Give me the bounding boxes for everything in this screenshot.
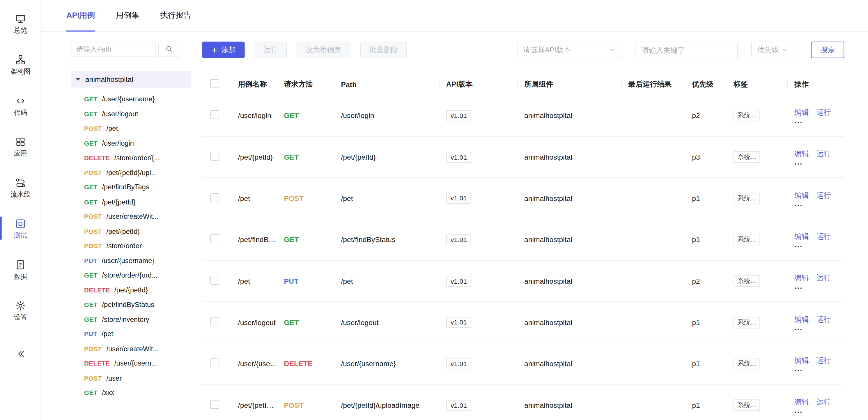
batch-delete-button[interactable]: 批量删除	[360, 42, 407, 58]
column-header[interactable]: 操作	[794, 79, 844, 89]
table-row: /user/loginGET/user/loginv1.01animalhost…	[202, 95, 844, 137]
edit-link[interactable]: 编辑	[794, 149, 809, 159]
row-checkbox[interactable]	[211, 400, 219, 409]
search-button[interactable]: 搜索	[811, 42, 844, 58]
tree-item[interactable]: PUT/pet	[71, 327, 202, 341]
tree-item[interactable]: GET/user/logout	[71, 107, 202, 121]
sidebar-item-test[interactable]: 测试	[0, 211, 41, 245]
row-checkbox[interactable]	[211, 110, 219, 119]
tab-case-sets[interactable]: 用例集	[116, 0, 139, 31]
column-header[interactable]: 所属组件	[524, 79, 628, 89]
column-header[interactable]: 标签	[734, 79, 794, 89]
priority-select[interactable]: 优先级	[751, 42, 794, 58]
edit-link[interactable]: 编辑	[794, 314, 809, 325]
sidebar-item-overview[interactable]: 总览	[0, 7, 41, 40]
priority: p3	[692, 153, 734, 161]
tree-item[interactable]: DELETE/pet/{petId}	[71, 283, 202, 297]
request-method: POST	[284, 194, 341, 203]
tree-item[interactable]: POST/store/order	[71, 239, 202, 253]
tree-item[interactable]: POST/pet/{petId}/upl...	[71, 166, 202, 180]
row-checkbox[interactable]	[211, 235, 219, 243]
keyword-input[interactable]	[636, 42, 738, 58]
more-actions-button[interactable]: ...	[794, 201, 803, 207]
tree-item[interactable]: GET/pet/{petId}	[71, 194, 202, 209]
tree-item[interactable]: GET/store/order/{ord...	[71, 268, 202, 282]
column-header[interactable]: 优先级	[692, 79, 734, 89]
actions-cell: 编辑运行...	[794, 356, 844, 372]
tree-item[interactable]: POST/user	[71, 371, 202, 385]
edit-link[interactable]: 编辑	[794, 397, 809, 407]
column-header[interactable]: API版本	[446, 79, 524, 89]
search-icon	[165, 44, 173, 54]
row-checkbox[interactable]	[211, 276, 219, 284]
actions-cell: 编辑运行...	[794, 190, 844, 207]
run-link[interactable]: 运行	[816, 397, 831, 407]
row-checkbox[interactable]	[211, 193, 219, 202]
tree-item[interactable]: GET/user/{username}	[71, 92, 202, 107]
sidebar-item-settings[interactable]: 设置	[0, 294, 41, 327]
path-label: /pet/{petId}	[106, 228, 140, 235]
sidebar-item-architecture[interactable]: 架构图	[0, 48, 41, 81]
run-link[interactable]: 运行	[816, 149, 831, 159]
run-link[interactable]: 运行	[816, 190, 831, 200]
column-header[interactable]: 请求方法	[284, 79, 341, 89]
set-caseset-button[interactable]: 设为用例集	[297, 42, 350, 58]
select-all-checkbox[interactable]	[211, 79, 219, 88]
tree-item[interactable]: GET/user/login	[71, 136, 202, 151]
more-actions-button[interactable]: ...	[794, 408, 803, 413]
more-actions-button[interactable]: ...	[794, 242, 803, 248]
tree-item[interactable]: POST/user/createWit...	[71, 209, 202, 224]
collapse-sidebar-button[interactable]	[0, 349, 41, 361]
tree-item[interactable]: GET/xxx	[71, 386, 202, 400]
tree-item[interactable]: POST/user/createWit...	[71, 341, 202, 356]
run-button[interactable]: 运行	[255, 42, 287, 58]
run-link[interactable]: 运行	[816, 356, 831, 366]
more-actions-button[interactable]: ...	[794, 366, 803, 372]
column-header[interactable]: 最后运行结果	[628, 79, 692, 89]
edit-link[interactable]: 编辑	[794, 190, 809, 200]
tree-search-input[interactable]	[71, 42, 156, 57]
row-checkbox[interactable]	[211, 359, 219, 367]
run-link[interactable]: 运行	[816, 314, 831, 325]
more-actions-button[interactable]: ...	[794, 325, 803, 331]
tree-item[interactable]: GET/store/inventory	[71, 312, 202, 327]
column-header[interactable]: 用例名称	[238, 79, 284, 89]
tab-reports[interactable]: 执行报告	[160, 0, 191, 31]
tree-item[interactable]: POST/pet/{petId}	[71, 224, 202, 239]
tree-item[interactable]: GET/pet/findByTags	[71, 180, 202, 194]
sidebar-item-apps[interactable]: 应用	[0, 130, 41, 163]
cases-pane: 添加 运行 设为用例集 批量删除 请选择API版本 优先级	[202, 31, 868, 420]
data-icon	[15, 259, 26, 270]
row-checkbox[interactable]	[211, 152, 219, 160]
sidebar-item-data[interactable]: 数据	[0, 252, 41, 286]
more-actions-button[interactable]: ...	[794, 118, 803, 124]
tab-api-cases[interactable]: API用例	[66, 0, 95, 31]
run-link[interactable]: 运行	[816, 108, 831, 118]
tree-root-node[interactable]: animalhostpital	[71, 71, 191, 87]
sidebar-item-code[interactable]: 代码	[0, 89, 41, 122]
tree-item[interactable]: GET/pet/findByStatus	[71, 297, 202, 312]
edit-link[interactable]: 编辑	[794, 356, 809, 366]
api-version-select[interactable]: 请选择API版本	[517, 42, 622, 58]
filters: 请选择API版本 优先级 搜索	[517, 42, 844, 58]
tree-item[interactable]: DELETE/user/{usern...	[71, 356, 202, 371]
case-path: /user/logout	[341, 318, 446, 327]
tree-item[interactable]: POST/pet	[71, 121, 202, 136]
more-actions-button[interactable]: ...	[794, 284, 803, 289]
more-actions-button[interactable]: ...	[794, 160, 803, 165]
tree-item[interactable]: PUT/user/{username}	[71, 253, 202, 268]
tree-item[interactable]: DELETE/store/order/{...	[71, 151, 202, 165]
actions-cell: 编辑运行...	[794, 108, 844, 124]
edit-link[interactable]: 编辑	[794, 273, 809, 283]
row-checkbox[interactable]	[211, 317, 219, 326]
method-label: GET	[84, 272, 97, 279]
chevron-down-icon	[781, 47, 788, 53]
edit-link[interactable]: 编辑	[794, 108, 809, 118]
run-link[interactable]: 运行	[816, 273, 831, 283]
sidebar-item-pipeline[interactable]: 流水线	[0, 171, 41, 204]
add-button[interactable]: 添加	[202, 42, 245, 58]
tree-search-button[interactable]	[158, 42, 179, 57]
column-header[interactable]: Path	[341, 80, 446, 89]
run-link[interactable]: 运行	[816, 232, 831, 242]
edit-link[interactable]: 编辑	[794, 232, 809, 242]
